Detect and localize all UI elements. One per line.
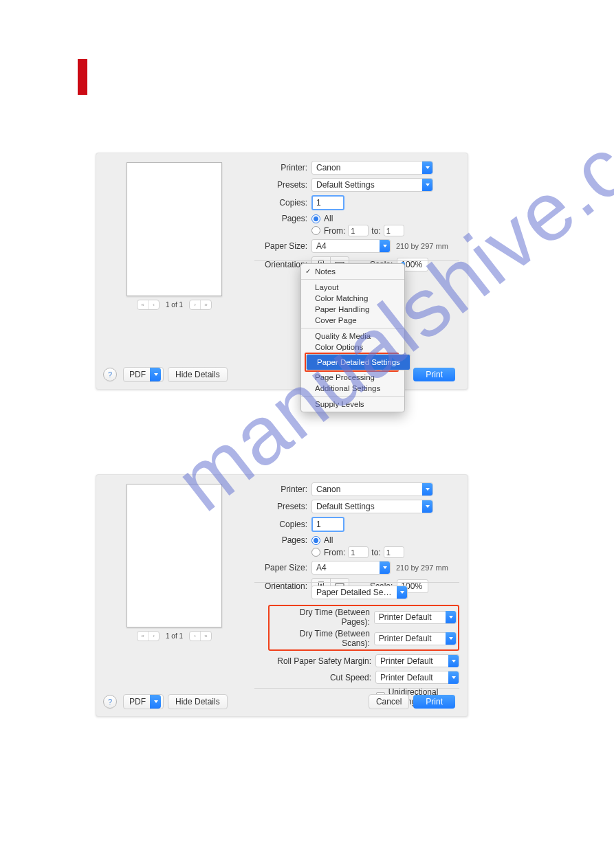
printer-select[interactable]: Canon — [311, 482, 433, 496]
paper-size-label: Paper Size: — [261, 241, 307, 251]
copies-input[interactable]: 1 — [311, 517, 344, 532]
chevron-down-icon — [446, 611, 456, 623]
first-page-button[interactable]: « — [138, 632, 149, 641]
popup-separator — [301, 279, 404, 280]
chevron-down-icon — [422, 483, 432, 496]
pages-label: Pages: — [261, 535, 307, 545]
pages-from-radio[interactable] — [311, 548, 320, 557]
paper-size-label: Paper Size: — [261, 563, 307, 572]
preview-navigation: « ‹ 1 of 1 › » — [127, 300, 222, 310]
pages-to-label: to: — [371, 226, 380, 236]
chevron-down-icon — [150, 368, 161, 381]
first-page-button[interactable]: « — [138, 300, 149, 309]
help-button[interactable]: ? — [103, 695, 117, 709]
preview-pane: « ‹ 1 of 1 › » — [127, 162, 222, 310]
printer-select[interactable]: Canon — [311, 161, 433, 175]
pdf-dropdown[interactable]: PDF — [123, 367, 164, 382]
popup-item-color-matching[interactable]: Color Matching — [301, 293, 404, 304]
popup-item-paper-detailed-settings[interactable]: Paper Detailed Settings — [306, 354, 410, 370]
safety-margin-select[interactable]: Printer Default — [375, 654, 459, 667]
pages-from-label: From: — [324, 226, 345, 236]
pdf-dropdown[interactable]: PDF — [123, 694, 164, 709]
page-counter: 1 of 1 — [166, 632, 183, 640]
printer-label: Printer: — [261, 485, 307, 494]
pages-from-input[interactable]: 1 — [348, 546, 369, 558]
section-select[interactable]: Paper Detailed Settings — [311, 586, 408, 599]
copies-label: Copies: — [261, 198, 307, 208]
popup-item-color-options[interactable]: Color Options — [301, 342, 404, 353]
next-page-button[interactable]: › — [190, 632, 201, 641]
popup-item-quality-media[interactable]: Quality & Media — [301, 331, 404, 342]
chevron-down-icon — [448, 655, 459, 667]
popup-item-page-processing[interactable]: Page Processing — [301, 372, 404, 383]
print-dialog-menu: « ‹ 1 of 1 › » Printer: Canon Presets: — [96, 153, 468, 390]
hide-details-button[interactable]: Hide Details — [168, 694, 228, 709]
print-button[interactable]: Print — [413, 695, 455, 709]
cancel-button[interactable]: Cancel — [369, 694, 409, 709]
dry-time-pages-label: Dry Time (Between Pages): — [271, 608, 370, 627]
presets-select[interactable]: Default Settings — [311, 500, 433, 513]
chevron-down-icon — [380, 561, 390, 574]
next-page-button[interactable]: › — [190, 300, 201, 309]
prev-page-button[interactable]: ‹ — [149, 300, 159, 309]
preview-page — [127, 484, 222, 627]
dry-time-scans-select[interactable]: Printer Default — [374, 632, 457, 645]
highlight-border: Dry Time (Between Pages): Printer Defaul… — [268, 605, 459, 651]
copies-label: Copies: — [261, 520, 307, 529]
pages-to-input[interactable]: 1 — [384, 546, 404, 558]
pages-label: Pages: — [261, 214, 307, 223]
copies-value: 1 — [316, 198, 321, 208]
paper-size-select[interactable]: A4 — [311, 239, 391, 253]
copies-input[interactable]: 1 — [311, 195, 344, 210]
popup-item-supply-levels[interactable]: Supply Levels — [301, 399, 404, 410]
chevron-down-icon — [397, 586, 407, 599]
popup-item-paper-handling[interactable]: Paper Handling — [301, 304, 404, 315]
pages-to-input[interactable]: 1 — [384, 225, 404, 236]
presets-select[interactable]: Default Settings — [311, 178, 433, 192]
pages-all-radio[interactable] — [311, 214, 320, 223]
print-button[interactable]: Print — [413, 368, 455, 381]
printer-value: Canon — [312, 163, 422, 173]
preview-page — [127, 162, 222, 296]
popup-item-additional-settings[interactable]: Additional Settings — [301, 383, 404, 394]
paper-size-select[interactable]: A4 — [311, 561, 391, 575]
chevron-down-icon — [150, 695, 161, 709]
pages-all-label: All — [324, 214, 333, 223]
dry-time-pages-select[interactable]: Printer Default — [374, 611, 457, 624]
separator — [254, 582, 459, 583]
print-dialog-settings: «‹ 1 of 1 ›» Printer: Canon Presets: Def… — [96, 474, 468, 717]
presets-label: Presets: — [261, 502, 307, 511]
cut-speed-label: Cut Speed: — [268, 673, 371, 682]
page-counter: 1 of 1 — [166, 301, 183, 309]
popup-item-layout[interactable]: Layout — [301, 282, 404, 293]
cut-speed-select[interactable]: Printer Default — [375, 671, 459, 684]
paper-size-value: A4 — [312, 241, 380, 251]
prev-page-button[interactable]: ‹ — [149, 632, 159, 641]
section-marker — [78, 59, 87, 95]
popup-separator — [301, 396, 404, 397]
last-page-button[interactable]: » — [201, 300, 211, 309]
presets-label: Presets: — [261, 180, 307, 190]
preview-pane: «‹ 1 of 1 ›» — [127, 484, 222, 641]
hide-details-button[interactable]: Hide Details — [168, 367, 228, 382]
paper-dimensions: 210 by 297 mm — [396, 242, 448, 250]
dry-time-scans-label: Dry Time (Between Scans): — [271, 629, 370, 648]
printer-label: Printer: — [261, 163, 307, 173]
chevron-down-icon — [422, 179, 432, 191]
highlight-border: Paper Detailed Settings — [305, 353, 399, 372]
pages-all-radio[interactable] — [311, 536, 320, 545]
popup-item-cover-page[interactable]: Cover Page — [301, 315, 404, 326]
orientation-label: Orientation: — [261, 581, 307, 591]
chevron-down-icon — [446, 632, 456, 645]
section-popup-menu[interactable]: Notes Layout Color Matching Paper Handli… — [300, 263, 405, 412]
preview-navigation: «‹ 1 of 1 ›» — [127, 631, 222, 641]
presets-value: Default Settings — [312, 180, 422, 190]
popup-item-notes[interactable]: Notes — [301, 266, 404, 277]
separator — [254, 688, 459, 689]
pages-from-input[interactable]: 1 — [348, 225, 369, 236]
pages-from-radio[interactable] — [311, 226, 320, 235]
last-page-button[interactable]: » — [201, 632, 211, 641]
chevron-down-icon — [448, 671, 459, 684]
chevron-down-icon — [422, 162, 432, 174]
help-button[interactable]: ? — [103, 368, 117, 381]
